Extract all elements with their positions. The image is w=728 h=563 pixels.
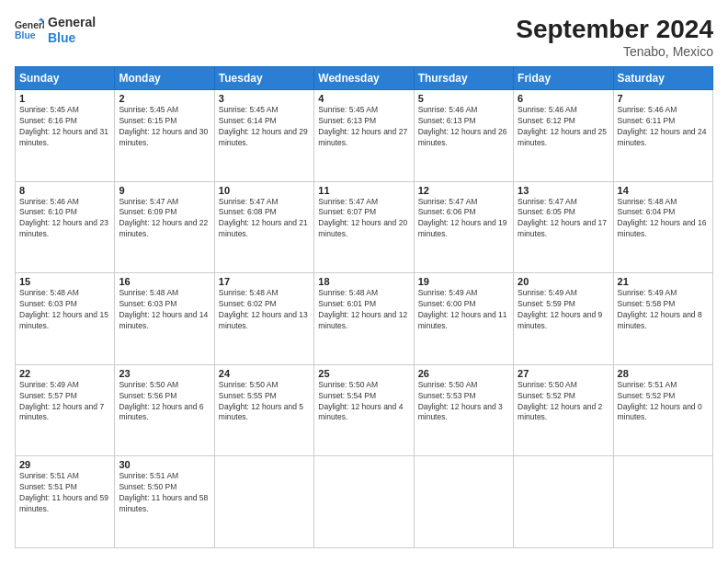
calendar-cell: 22 Sunrise: 5:49 AM Sunset: 5:57 PM Dayl… <box>16 364 115 456</box>
day-number: 14 <box>618 185 709 196</box>
day-info: Sunrise: 5:51 AM Sunset: 5:52 PM Dayligh… <box>618 380 709 424</box>
day-number: 27 <box>518 368 609 379</box>
day-info: Sunrise: 5:50 AM Sunset: 5:53 PM Dayligh… <box>418 380 509 424</box>
day-info: Sunrise: 5:46 AM Sunset: 6:11 PM Dayligh… <box>618 105 709 149</box>
calendar-cell: 15 Sunrise: 5:48 AM Sunset: 6:03 PM Dayl… <box>16 273 115 365</box>
calendar-cell <box>613 456 712 548</box>
page: General Blue General Blue September 2024… <box>0 0 728 563</box>
col-friday: Friday <box>514 67 613 90</box>
calendar-cell: 20 Sunrise: 5:49 AM Sunset: 5:59 PM Dayl… <box>514 273 613 365</box>
day-info: Sunrise: 5:51 AM Sunset: 5:50 PM Dayligh… <box>119 471 210 515</box>
day-number: 21 <box>618 276 709 287</box>
day-info: Sunrise: 5:47 AM Sunset: 6:08 PM Dayligh… <box>219 197 310 241</box>
calendar-cell: 11 Sunrise: 5:47 AM Sunset: 6:07 PM Dayl… <box>314 181 414 273</box>
day-info: Sunrise: 5:47 AM Sunset: 6:07 PM Dayligh… <box>318 197 409 241</box>
day-info: Sunrise: 5:46 AM Sunset: 6:12 PM Dayligh… <box>518 105 609 149</box>
col-sunday: Sunday <box>16 67 115 90</box>
day-number: 3 <box>219 93 310 104</box>
calendar-cell: 21 Sunrise: 5:49 AM Sunset: 5:58 PM Dayl… <box>613 273 712 365</box>
svg-text:General: General <box>15 19 44 29</box>
calendar-cell: 26 Sunrise: 5:50 AM Sunset: 5:53 PM Dayl… <box>414 364 513 456</box>
col-monday: Monday <box>115 67 214 90</box>
day-info: Sunrise: 5:48 AM Sunset: 6:01 PM Dayligh… <box>318 288 409 332</box>
calendar-week-1: 1 Sunrise: 5:45 AM Sunset: 6:16 PM Dayli… <box>16 90 713 182</box>
calendar-cell: 24 Sunrise: 5:50 AM Sunset: 5:55 PM Dayl… <box>214 364 313 456</box>
logo-line1: General <box>48 15 96 30</box>
day-number: 6 <box>518 93 609 104</box>
calendar-week-3: 15 Sunrise: 5:48 AM Sunset: 6:03 PM Dayl… <box>16 273 713 365</box>
day-number: 4 <box>318 93 409 104</box>
day-info: Sunrise: 5:47 AM Sunset: 6:06 PM Dayligh… <box>418 197 509 241</box>
day-number: 13 <box>518 185 609 196</box>
calendar-week-2: 8 Sunrise: 5:46 AM Sunset: 6:10 PM Dayli… <box>16 181 713 273</box>
day-number: 12 <box>418 185 509 196</box>
calendar-cell: 6 Sunrise: 5:46 AM Sunset: 6:12 PM Dayli… <box>514 90 613 182</box>
calendar-cell: 2 Sunrise: 5:45 AM Sunset: 6:15 PM Dayli… <box>115 90 214 182</box>
calendar-header-row: Sunday Monday Tuesday Wednesday Thursday… <box>16 67 713 90</box>
calendar-cell: 25 Sunrise: 5:50 AM Sunset: 5:54 PM Dayl… <box>314 364 414 456</box>
day-info: Sunrise: 5:47 AM Sunset: 6:09 PM Dayligh… <box>119 197 210 241</box>
calendar-cell: 5 Sunrise: 5:46 AM Sunset: 6:13 PM Dayli… <box>414 90 513 182</box>
day-info: Sunrise: 5:50 AM Sunset: 5:54 PM Dayligh… <box>318 380 409 424</box>
day-number: 18 <box>318 276 409 287</box>
logo: General Blue General Blue <box>15 15 96 46</box>
calendar-cell: 19 Sunrise: 5:49 AM Sunset: 6:00 PM Dayl… <box>414 273 513 365</box>
calendar-cell: 1 Sunrise: 5:45 AM Sunset: 6:16 PM Dayli… <box>16 90 115 182</box>
logo-icon: General Blue <box>15 17 44 43</box>
title-block: September 2024 Tenabo, Mexico <box>516 15 713 59</box>
day-number: 10 <box>219 185 310 196</box>
day-info: Sunrise: 5:48 AM Sunset: 6:04 PM Dayligh… <box>618 197 709 241</box>
calendar-cell: 18 Sunrise: 5:48 AM Sunset: 6:01 PM Dayl… <box>314 273 414 365</box>
day-number: 20 <box>518 276 609 287</box>
calendar-cell: 7 Sunrise: 5:46 AM Sunset: 6:11 PM Dayli… <box>613 90 712 182</box>
header: General Blue General Blue September 2024… <box>15 15 713 59</box>
calendar-cell: 14 Sunrise: 5:48 AM Sunset: 6:04 PM Dayl… <box>613 181 712 273</box>
calendar-cell <box>314 456 414 548</box>
calendar-cell: 8 Sunrise: 5:46 AM Sunset: 6:10 PM Dayli… <box>16 181 115 273</box>
day-number: 17 <box>219 276 310 287</box>
day-number: 7 <box>618 93 709 104</box>
calendar-cell: 13 Sunrise: 5:47 AM Sunset: 6:05 PM Dayl… <box>514 181 613 273</box>
day-number: 19 <box>418 276 509 287</box>
day-info: Sunrise: 5:46 AM Sunset: 6:10 PM Dayligh… <box>19 197 110 241</box>
day-info: Sunrise: 5:49 AM Sunset: 5:58 PM Dayligh… <box>618 288 709 332</box>
day-number: 29 <box>19 459 110 470</box>
calendar-cell: 16 Sunrise: 5:48 AM Sunset: 6:03 PM Dayl… <box>115 273 214 365</box>
calendar-cell: 27 Sunrise: 5:50 AM Sunset: 5:52 PM Dayl… <box>514 364 613 456</box>
day-info: Sunrise: 5:48 AM Sunset: 6:03 PM Dayligh… <box>119 288 210 332</box>
col-tuesday: Tuesday <box>214 67 313 90</box>
day-info: Sunrise: 5:49 AM Sunset: 5:57 PM Dayligh… <box>19 380 110 424</box>
day-info: Sunrise: 5:46 AM Sunset: 6:13 PM Dayligh… <box>418 105 509 149</box>
day-info: Sunrise: 5:48 AM Sunset: 6:03 PM Dayligh… <box>19 288 110 332</box>
calendar-cell: 29 Sunrise: 5:51 AM Sunset: 5:51 PM Dayl… <box>16 456 115 548</box>
month-title: September 2024 <box>516 15 713 44</box>
day-number: 11 <box>318 185 409 196</box>
day-info: Sunrise: 5:49 AM Sunset: 6:00 PM Dayligh… <box>418 288 509 332</box>
calendar-cell: 12 Sunrise: 5:47 AM Sunset: 6:06 PM Dayl… <box>414 181 513 273</box>
day-info: Sunrise: 5:51 AM Sunset: 5:51 PM Dayligh… <box>19 471 110 515</box>
day-info: Sunrise: 5:45 AM Sunset: 6:16 PM Dayligh… <box>19 105 110 149</box>
col-saturday: Saturday <box>613 67 712 90</box>
day-info: Sunrise: 5:50 AM Sunset: 5:55 PM Dayligh… <box>219 380 310 424</box>
day-info: Sunrise: 5:50 AM Sunset: 5:56 PM Dayligh… <box>119 380 210 424</box>
day-info: Sunrise: 5:48 AM Sunset: 6:02 PM Dayligh… <box>219 288 310 332</box>
calendar-cell: 17 Sunrise: 5:48 AM Sunset: 6:02 PM Dayl… <box>214 273 313 365</box>
day-number: 9 <box>119 185 210 196</box>
day-number: 5 <box>418 93 509 104</box>
day-number: 1 <box>19 93 110 104</box>
day-number: 22 <box>19 368 110 379</box>
calendar-cell: 3 Sunrise: 5:45 AM Sunset: 6:14 PM Dayli… <box>214 90 313 182</box>
day-info: Sunrise: 5:45 AM Sunset: 6:15 PM Dayligh… <box>119 105 210 149</box>
col-thursday: Thursday <box>414 67 513 90</box>
day-number: 26 <box>418 368 509 379</box>
day-info: Sunrise: 5:50 AM Sunset: 5:52 PM Dayligh… <box>518 380 609 424</box>
day-number: 8 <box>19 185 110 196</box>
day-number: 16 <box>119 276 210 287</box>
calendar-table: Sunday Monday Tuesday Wednesday Thursday… <box>15 66 713 548</box>
svg-text:Blue: Blue <box>15 30 36 40</box>
day-number: 2 <box>119 93 210 104</box>
calendar-cell <box>214 456 313 548</box>
calendar-cell: 4 Sunrise: 5:45 AM Sunset: 6:13 PM Dayli… <box>314 90 414 182</box>
calendar-cell <box>414 456 513 548</box>
calendar-cell: 28 Sunrise: 5:51 AM Sunset: 5:52 PM Dayl… <box>613 364 712 456</box>
